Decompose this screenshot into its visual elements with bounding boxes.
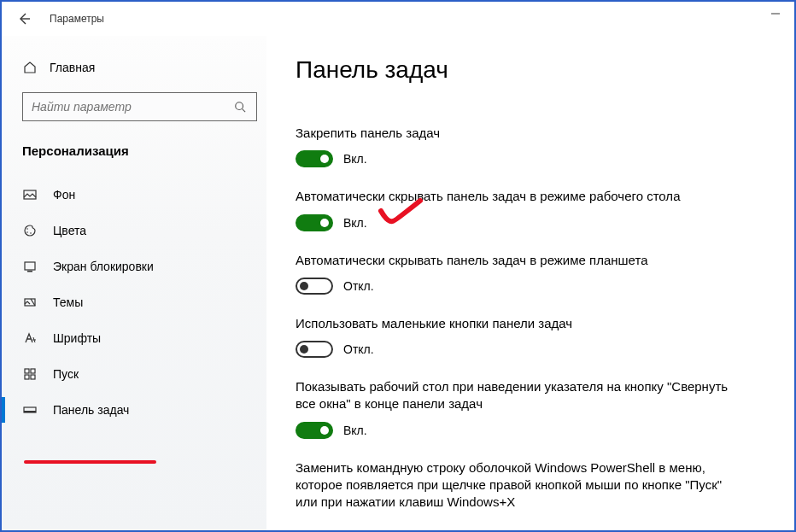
toggle-state: Откл.	[343, 342, 374, 356]
sidebar-item-label: Экран блокировки	[53, 260, 154, 273]
toggle-lock-taskbar[interactable]	[296, 150, 333, 167]
search-icon	[232, 99, 248, 114]
sidebar-item-label: Панель задач	[53, 403, 129, 417]
setting-label: Автоматически скрывать панель задач в ре…	[296, 188, 740, 205]
svg-point-4	[26, 228, 28, 230]
sidebar-item-taskbar[interactable]: Панель задач	[22, 392, 266, 428]
section-title: Персонализация	[22, 143, 266, 158]
sidebar-item-label: Шрифты	[53, 331, 101, 345]
sidebar-item-label: Темы	[53, 295, 83, 309]
sidebar-item-colors[interactable]: Цвета	[22, 213, 266, 248]
page-title: Панель задач	[296, 56, 765, 84]
search-input[interactable]	[32, 100, 232, 114]
svg-rect-7	[25, 262, 35, 270]
setting-label: Закрепить панель задач	[296, 125, 740, 142]
home-icon	[22, 60, 38, 75]
window-controls	[764, 7, 787, 22]
svg-rect-3	[24, 190, 36, 199]
setting-small-buttons: Использовать маленькие кнопки панели зад…	[296, 315, 765, 358]
toggle-state: Откл.	[343, 279, 374, 293]
sidebar-item-fonts[interactable]: Шрифты	[22, 320, 266, 356]
toggle-state: Вкл.	[343, 424, 367, 437]
setting-powershell: Заменить командную строку оболочкой Wind…	[296, 459, 765, 512]
start-icon	[22, 366, 38, 382]
search-box[interactable]	[22, 92, 257, 121]
lockscreen-icon	[22, 259, 38, 274]
back-button[interactable]	[14, 9, 34, 29]
svg-rect-13	[31, 375, 35, 379]
svg-rect-12	[25, 375, 29, 379]
sidebar-item-lockscreen[interactable]: Экран блокировки	[22, 248, 266, 284]
title-bar: Параметры	[2, 2, 794, 36]
toggle-state: Вкл.	[343, 152, 367, 166]
toggle-small-buttons[interactable]	[296, 341, 333, 358]
home-link[interactable]: Главная	[22, 53, 266, 82]
picture-icon	[22, 187, 38, 202]
svg-point-1	[236, 102, 243, 110]
sidebar-item-label: Фон	[53, 188, 75, 202]
setting-autohide-desktop: Автоматически скрывать панель задач в ре…	[296, 188, 765, 231]
toggle-autohide-desktop[interactable]	[296, 214, 333, 231]
sidebar-item-background[interactable]: Фон	[22, 177, 266, 213]
annotation-underline	[24, 460, 156, 464]
palette-icon	[22, 223, 38, 238]
svg-rect-8	[27, 271, 32, 272]
svg-line-2	[243, 109, 246, 113]
window-title: Параметры	[50, 13, 104, 25]
minimize-button[interactable]	[764, 7, 787, 22]
taskbar-icon	[22, 402, 38, 418]
setting-label: Заменить командную строку оболочкой Wind…	[296, 459, 740, 512]
setting-label: Автоматически скрывать панель задач в ре…	[296, 252, 740, 269]
svg-rect-11	[31, 369, 35, 373]
svg-point-5	[26, 231, 28, 233]
fonts-icon	[22, 330, 38, 346]
home-label: Главная	[50, 61, 95, 74]
setting-lock-taskbar: Закрепить панель задач Вкл.	[296, 125, 765, 167]
sidebar-item-start[interactable]: Пуск	[22, 356, 266, 392]
toggle-state: Вкл.	[343, 216, 367, 230]
svg-rect-10	[25, 369, 29, 373]
themes-icon	[22, 295, 38, 310]
main-panel: Панель задач Закрепить панель задач Вкл.…	[266, 36, 794, 530]
setting-label: Показывать рабочий стол при наведении ук…	[296, 378, 740, 413]
svg-point-6	[30, 232, 32, 234]
sidebar-item-label: Цвета	[53, 224, 86, 237]
toggle-peek-desktop[interactable]	[296, 422, 333, 439]
svg-rect-15	[24, 411, 36, 412]
sidebar-item-themes[interactable]: Темы	[22, 284, 266, 320]
setting-label: Использовать маленькие кнопки панели зад…	[296, 315, 740, 332]
setting-peek-desktop: Показывать рабочий стол при наведении ук…	[296, 378, 765, 439]
sidebar: Главная Персонализация Фон Цвета Экр	[2, 36, 266, 530]
setting-autohide-tablet: Автоматически скрывать панель задач в ре…	[296, 252, 765, 295]
toggle-autohide-tablet[interactable]	[296, 278, 333, 295]
sidebar-item-label: Пуск	[53, 367, 79, 381]
